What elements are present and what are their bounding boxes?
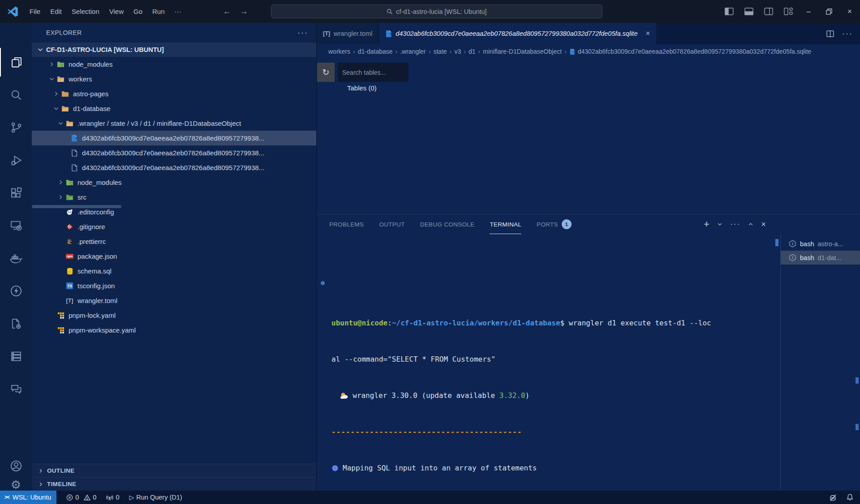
file-icon (70, 164, 78, 171)
terminal-scrollbar-thumb[interactable] (775, 239, 778, 246)
menu-go[interactable]: Go (129, 8, 147, 15)
close-panel-icon[interactable]: × (761, 220, 766, 229)
run-debug-icon[interactable] (0, 146, 32, 175)
extensions-icon[interactable] (0, 179, 32, 207)
comments-icon[interactable] (0, 375, 32, 403)
ts-icon: TS (65, 282, 74, 289)
notifications-bell-icon[interactable] (846, 493, 854, 501)
sqlite-file-icon (569, 48, 575, 55)
window-restore-button[interactable] (819, 0, 839, 23)
nav-forward-icon[interactable]: → (236, 7, 253, 16)
chevron-right-icon (51, 91, 61, 97)
breadcrumb-item[interactable]: d1 (469, 48, 476, 55)
menu-edit[interactable]: Edit (45, 8, 67, 15)
breadcrumb-item[interactable]: workers (328, 48, 350, 55)
svg-text:</>: </> (69, 197, 73, 200)
sidebar-section-timeline[interactable]: TIMELINE (32, 477, 316, 491)
forwarded-ports-status[interactable]: 0 (106, 494, 119, 501)
toggle-panel-icon[interactable] (739, 8, 759, 15)
new-terminal-icon[interactable]: + (704, 218, 710, 230)
tree-item-sqlite-wal-file[interactable]: d4302ab6fcb3009cd7e0aeeaa2eb07826a8ed809… (32, 160, 316, 175)
nav-back-icon[interactable]: ← (219, 7, 236, 16)
command-center-search[interactable]: cf-d1-astro-lucia [WSL: Ubuntu] (271, 4, 602, 18)
panel-tab-problems[interactable]: PROBLEMS (329, 214, 364, 234)
window-minimize-button[interactable]: – (798, 0, 819, 23)
tree-item-wrangler-compact[interactable]: .wrangler / state / v3 / d1 / miniflare-… (32, 116, 316, 131)
terminal-line: al --command="SELECT * FROM Customers" (331, 353, 780, 365)
window-close-button[interactable]: × (839, 0, 860, 23)
files-icon[interactable] (0, 48, 32, 77)
tree-item-pnpm-workspace[interactable]: pnpm-workspace.yaml (32, 323, 316, 337)
explorer-root-folder[interactable]: CF-D1-ASTRO-LUCIA [WSL: UBUNTU] (32, 43, 316, 57)
sqlite-file-icon (385, 30, 392, 38)
toggle-secondary-sidebar-icon[interactable] (759, 8, 778, 15)
tree-item-node-modules-inner[interactable]: JS node_modules (32, 175, 316, 190)
problems-status[interactable]: 0 0 (66, 494, 96, 501)
tree-item-tsconfig[interactable]: TS tsconfig.json (32, 278, 316, 293)
terminal-dropdown-icon[interactable] (717, 222, 722, 227)
menu-view[interactable]: View (104, 8, 129, 15)
menu-selection[interactable]: Selection (67, 8, 104, 15)
maximize-panel-icon[interactable] (748, 222, 753, 227)
explorer-more-actions-icon[interactable]: ··· (297, 28, 308, 38)
tree-item-astro-pages[interactable]: astro-pages (32, 86, 316, 101)
breadcrumb-item[interactable]: d1-database (358, 48, 393, 55)
search-icon[interactable] (0, 81, 32, 109)
remote-indicator[interactable]: >< WSL: Ubuntu (0, 491, 56, 504)
tab-close-icon[interactable]: × (645, 29, 650, 38)
panel-more-actions-icon[interactable]: ··· (730, 220, 740, 229)
breadcrumb-item[interactable]: state (433, 48, 447, 55)
tree-item-schema-sql[interactable]: schema.sql (32, 264, 316, 278)
split-editor-icon[interactable] (826, 30, 834, 37)
tree-item-gitignore[interactable]: .gitignore (32, 219, 316, 234)
explorer-title: EXPLORER (46, 29, 82, 36)
database-client-icon[interactable] (0, 342, 32, 371)
tree-item-workers[interactable]: workers (32, 72, 316, 86)
tab-wrangler-toml[interactable]: [T] wrangler.toml (317, 23, 379, 44)
source-control-icon[interactable] (0, 113, 32, 142)
tree-item-pnpm-lock[interactable]: pnpm-lock.yaml (32, 308, 316, 323)
tab-sqlite-file[interactable]: d4302ab6fcb3009cd7e0aeeaa2eb07826a8ed809… (379, 23, 656, 44)
editor-more-actions-icon[interactable]: ··· (842, 29, 853, 38)
menu-run[interactable]: Run (147, 8, 170, 15)
tree-item-prettierrc[interactable]: .prettierrc (32, 234, 316, 249)
sidebar-section-outline[interactable]: OUTLINE (32, 464, 316, 477)
tree-item-package-json[interactable]: npm package.json (32, 249, 316, 264)
terminal-tab-bash-astro[interactable]: $ bash astro-a... (781, 237, 860, 251)
breadcrumb-item[interactable]: .wrangler (400, 48, 426, 55)
terminal-output[interactable]: ubuntu@nicode:~/cf-d1-astro-lucia/worker… (317, 234, 780, 491)
panel-tab-output[interactable]: OUTPUT (379, 214, 404, 234)
svg-text:$: $ (791, 242, 794, 246)
panel-tab-ports[interactable]: PORTS 1 (537, 214, 572, 234)
toggle-sidebar-icon[interactable] (719, 8, 739, 15)
terminal-tab-bash-d1[interactable]: $ bash d1-dat... (781, 251, 860, 265)
explorer-hscrollbar-thumb[interactable] (32, 205, 121, 208)
tree-item-wrangler-toml[interactable]: [T] wrangler.toml (32, 293, 316, 308)
command-decoration-icon[interactable] (321, 281, 325, 285)
copilot-disabled-icon[interactable] (829, 493, 837, 502)
breadcrumb-file[interactable]: d4302ab6fcb3009cd7e0aeeaa2eb07826a8ed809… (578, 48, 812, 55)
run-query-status[interactable]: ▷ Run Query (D1) (129, 494, 182, 501)
customize-layout-icon[interactable] (778, 8, 798, 15)
tables-count-label[interactable]: Tables (0) (347, 84, 377, 92)
breadcrumb-item[interactable]: v3 (455, 48, 461, 55)
menu-more[interactable]: ··· (170, 8, 186, 15)
prettier-icon (65, 239, 74, 245)
panel-tab-debug-console[interactable]: DEBUG CONSOLE (420, 214, 475, 234)
tree-item-d1-database[interactable]: d1-database (32, 101, 316, 116)
remote-explorer-icon[interactable] (0, 211, 32, 240)
menu-file[interactable]: File (25, 8, 45, 15)
tree-item-sqlite-shm-file[interactable]: d4302ab6fcb3009cd7e0aeeaa2eb07826a8ed809… (32, 145, 316, 160)
git-icon (65, 223, 74, 230)
docker-icon[interactable] (0, 244, 32, 273)
breadcrumb-item[interactable]: miniflare-D1DatabaseObject (483, 48, 562, 55)
refresh-tables-button[interactable]: ↻ (317, 63, 335, 82)
thunder-client-icon[interactable] (0, 277, 32, 305)
database-project-icon[interactable] (0, 309, 32, 338)
tree-item-sqlite-file[interactable]: d4302ab6fcb3009cd7e0aeeaa2eb07826a8ed809… (32, 131, 316, 145)
svg-text:JS: JS (70, 182, 73, 185)
panel-tab-terminal[interactable]: TERMINAL (490, 214, 521, 234)
search-tables-input[interactable] (338, 63, 408, 82)
tree-item-src[interactable]: </> src (32, 190, 316, 205)
tree-item-node-modules[interactable]: JS node_modules (32, 57, 316, 72)
